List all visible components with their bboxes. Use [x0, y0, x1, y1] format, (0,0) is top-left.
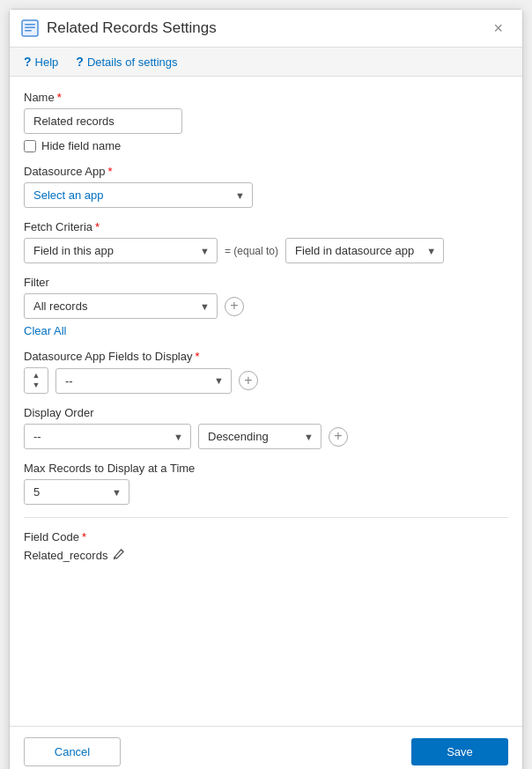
sort-order-button[interactable]: ▲ ▼: [24, 367, 48, 394]
filter-select[interactable]: All records ▼: [24, 293, 218, 319]
help-icon: ?: [24, 55, 32, 69]
name-label: Name *: [24, 91, 508, 104]
help-link[interactable]: ? Help: [24, 55, 58, 69]
help-label: Help: [35, 55, 59, 69]
hide-field-name-checkbox[interactable]: [24, 140, 36, 152]
datasource-field-chevron-icon: ▼: [426, 246, 436, 256]
datasource-field-group: Datasource App * Select an app ▼: [24, 165, 508, 208]
field-code-required-star: *: [82, 530, 86, 543]
order-field-select[interactable]: -- ▼: [24, 424, 191, 449]
svg-rect-1: [25, 24, 35, 26]
max-records-row: 5 ▼: [24, 479, 508, 505]
display-order-add-button[interactable]: +: [329, 427, 348, 447]
datasource-required-star: *: [108, 165, 113, 178]
display-field-select-wrapper: -- ▼: [55, 368, 232, 394]
details-link[interactable]: ? Details of settings: [76, 55, 177, 69]
datasource-chevron-icon: ▼: [235, 190, 245, 201]
display-fields-group: Datasource App Fields to Display * ▲ ▼ -…: [24, 350, 508, 394]
sort-up-icon: ▲: [33, 372, 41, 380]
fetch-field-wrapper: Field in this app ▼: [24, 238, 218, 263]
display-required-star: *: [195, 350, 199, 363]
svg-rect-2: [25, 27, 35, 29]
max-records-value: 5: [33, 485, 40, 499]
datasource-select-wrapper: Select an app ▼: [24, 182, 253, 208]
datasource-field-value: Field in datasource app: [295, 244, 414, 257]
display-field-select[interactable]: -- ▼: [55, 368, 232, 394]
modal-header-left: Related Records Settings: [20, 18, 217, 38]
display-fields-row: ▲ ▼ -- ▼ +: [24, 367, 508, 394]
sort-down-icon: ▼: [33, 381, 41, 389]
hide-field-name-row: Hide field name: [24, 139, 508, 152]
filter-chevron-icon: ▼: [200, 301, 210, 312]
filter-label: Filter: [24, 276, 508, 289]
max-records-group: Max Records to Display at a Time 5 ▼: [24, 462, 508, 505]
edit-icon: [113, 548, 125, 560]
modal-header: Related Records Settings ×: [10, 10, 522, 48]
order-field-value: --: [33, 430, 41, 443]
max-records-chevron-icon: ▼: [112, 487, 122, 498]
fetch-criteria-row: Field in this app ▼ = (equal to) Field i…: [24, 238, 508, 263]
datasource-field-wrapper: Field in datasource app ▼: [285, 238, 444, 263]
display-fields-add-button[interactable]: +: [239, 371, 258, 390]
filter-value: All records: [33, 299, 87, 313]
field-code-edit-button[interactable]: [113, 548, 125, 563]
modal-container: Related Records Settings × ? Help ? Deta…: [9, 9, 523, 769]
display-field-chevron-icon: ▼: [214, 375, 224, 386]
display-fields-label: Datasource App Fields to Display *: [24, 350, 508, 363]
order-dir-chevron-icon: ▼: [304, 432, 314, 442]
datasource-select[interactable]: Select an app ▼: [24, 182, 253, 208]
max-records-label: Max Records to Display at a Time: [24, 462, 508, 475]
fetch-field-value: Field in this app: [33, 244, 114, 257]
equal-label: = (equal to): [225, 245, 278, 257]
hide-field-name-label: Hide field name: [41, 139, 121, 152]
name-input[interactable]: [24, 108, 182, 134]
datasource-field-select[interactable]: Field in datasource app ▼: [285, 238, 444, 263]
fetch-field-chevron-icon: ▼: [200, 246, 210, 256]
help-bar: ? Help ? Details of settings: [10, 48, 522, 77]
modal-icon: [20, 18, 40, 38]
details-label: Details of settings: [87, 55, 178, 69]
fetch-criteria-label: Fetch Criteria *: [24, 220, 508, 233]
display-order-group: Display Order -- ▼ Descending ▼ +: [24, 406, 508, 449]
modal-title: Related Records Settings: [47, 19, 217, 37]
order-dir-value: Descending: [208, 430, 269, 443]
clear-all-link[interactable]: Clear All: [24, 324, 66, 337]
close-button[interactable]: ×: [488, 18, 508, 38]
svg-rect-3: [25, 30, 32, 32]
display-order-label: Display Order: [24, 406, 508, 419]
filter-add-button[interactable]: +: [225, 297, 244, 316]
order-field-wrapper: -- ▼: [24, 424, 191, 449]
details-icon: ?: [76, 55, 84, 69]
cancel-button[interactable]: Cancel: [24, 737, 121, 766]
datasource-select-value: Select an app: [33, 189, 104, 202]
order-dir-select[interactable]: Descending ▼: [198, 424, 321, 449]
field-code-group: Field Code * Related_records: [24, 530, 508, 563]
filter-field-group: Filter All records ▼ + Clear All: [24, 276, 508, 337]
modal-body: Name * Hide field name Datasource App * …: [10, 77, 522, 726]
max-records-select[interactable]: 5 ▼: [24, 479, 129, 505]
order-field-chevron-icon: ▼: [174, 432, 183, 442]
display-order-row: -- ▼ Descending ▼ +: [24, 424, 508, 449]
name-required-star: *: [57, 91, 62, 104]
fetch-criteria-group: Fetch Criteria * Field in this app ▼ = (…: [24, 220, 508, 263]
field-code-label: Field Code *: [24, 530, 508, 543]
field-code-value-row: Related_records: [24, 548, 508, 563]
datasource-label: Datasource App *: [24, 165, 508, 178]
filter-select-wrapper: All records ▼: [24, 293, 218, 319]
max-records-select-wrapper: 5 ▼: [24, 479, 129, 505]
order-dir-wrapper: Descending ▼: [198, 424, 321, 449]
field-code-text: Related_records: [24, 549, 107, 562]
display-field-value: --: [65, 374, 73, 388]
save-button[interactable]: Save: [411, 738, 508, 765]
filter-row: All records ▼ +: [24, 293, 508, 319]
name-field-group: Name * Hide field name: [24, 91, 508, 152]
fetch-field-select[interactable]: Field in this app ▼: [24, 238, 218, 263]
modal-footer: Cancel Save: [10, 726, 522, 769]
fetch-required-star: *: [95, 220, 100, 233]
